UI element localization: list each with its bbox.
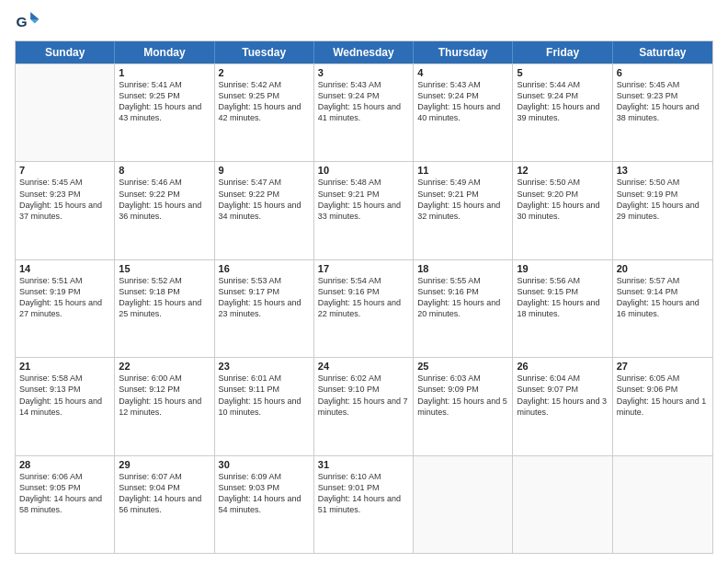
day-info: Sunrise: 5:50 AMSunset: 9:20 PMDaylight:… — [517, 177, 608, 222]
day-number: 19 — [517, 263, 608, 274]
day-number: 28 — [19, 459, 110, 470]
day-info: Sunrise: 5:51 AMSunset: 9:19 PMDaylight:… — [19, 275, 110, 320]
calendar-cell: 18Sunrise: 5:55 AMSunset: 9:16 PMDayligh… — [414, 260, 513, 357]
calendar: SundayMondayTuesdayWednesdayThursdayFrid… — [15, 40, 713, 554]
day-info: Sunrise: 5:43 AMSunset: 9:24 PMDaylight:… — [417, 79, 508, 124]
calendar-cell: 24Sunrise: 6:02 AMSunset: 9:10 PMDayligh… — [314, 358, 414, 454]
day-info: Sunrise: 5:47 AMSunset: 9:22 PMDaylight:… — [219, 177, 310, 222]
day-number: 15 — [119, 263, 210, 274]
day-info: Sunrise: 5:55 AMSunset: 9:16 PMDaylight:… — [417, 275, 508, 320]
calendar-cell: 12Sunrise: 5:50 AMSunset: 9:20 PMDayligh… — [513, 162, 612, 259]
day-number: 30 — [219, 459, 310, 470]
day-number: 2 — [219, 67, 310, 78]
day-info: Sunrise: 5:46 AMSunset: 9:22 PMDaylight:… — [119, 177, 210, 222]
day-number: 31 — [318, 459, 409, 470]
day-info: Sunrise: 5:45 AMSunset: 9:23 PMDaylight:… — [617, 79, 709, 124]
day-number: 9 — [219, 165, 310, 176]
day-info: Sunrise: 5:58 AMSunset: 9:13 PMDaylight:… — [19, 373, 110, 418]
day-number: 5 — [517, 67, 608, 78]
calendar-cell: 11Sunrise: 5:49 AMSunset: 9:21 PMDayligh… — [414, 162, 513, 259]
day-info: Sunrise: 5:53 AMSunset: 9:17 PMDaylight:… — [219, 275, 310, 320]
weekday-header: Wednesday — [314, 41, 414, 63]
day-number: 18 — [417, 263, 508, 274]
day-number: 22 — [119, 361, 210, 372]
calendar-cell: 13Sunrise: 5:50 AMSunset: 9:19 PMDayligh… — [613, 162, 712, 259]
day-info: Sunrise: 6:07 AMSunset: 9:04 PMDaylight:… — [119, 471, 210, 516]
calendar-cell: 16Sunrise: 5:53 AMSunset: 9:17 PMDayligh… — [215, 260, 314, 357]
day-number: 7 — [19, 165, 110, 176]
calendar-cell: 29Sunrise: 6:07 AMSunset: 9:04 PMDayligh… — [115, 456, 214, 553]
day-number: 6 — [617, 67, 709, 78]
logo: G — [15, 9, 42, 35]
day-info: Sunrise: 5:54 AMSunset: 9:16 PMDaylight:… — [318, 275, 409, 320]
calendar-header: SundayMondayTuesdayWednesdayThursdayFrid… — [16, 41, 712, 63]
day-info: Sunrise: 5:45 AMSunset: 9:23 PMDaylight:… — [19, 177, 110, 222]
day-info: Sunrise: 6:02 AMSunset: 9:10 PMDaylight:… — [318, 373, 409, 418]
page: G SundayMondayTuesdayWednesdayThursdayFr… — [0, 0, 728, 563]
calendar-cell — [513, 456, 612, 553]
day-info: Sunrise: 5:48 AMSunset: 9:21 PMDaylight:… — [318, 177, 409, 222]
calendar-cell: 10Sunrise: 5:48 AMSunset: 9:21 PMDayligh… — [314, 162, 414, 259]
day-info: Sunrise: 5:44 AMSunset: 9:24 PMDaylight:… — [517, 79, 608, 124]
day-info: Sunrise: 6:01 AMSunset: 9:11 PMDaylight:… — [219, 373, 310, 418]
day-number: 23 — [219, 361, 310, 372]
day-number: 17 — [318, 263, 409, 274]
calendar-cell — [613, 456, 712, 553]
day-info: Sunrise: 5:50 AMSunset: 9:19 PMDaylight:… — [617, 177, 709, 222]
calendar-cell: 17Sunrise: 5:54 AMSunset: 9:16 PMDayligh… — [314, 260, 414, 357]
day-number: 24 — [318, 361, 409, 372]
calendar-cell: 8Sunrise: 5:46 AMSunset: 9:22 PMDaylight… — [115, 162, 214, 259]
calendar-row: 28Sunrise: 6:06 AMSunset: 9:05 PMDayligh… — [16, 455, 712, 553]
day-info: Sunrise: 6:10 AMSunset: 9:01 PMDaylight:… — [318, 471, 409, 516]
calendar-cell: 4Sunrise: 5:43 AMSunset: 9:24 PMDaylight… — [414, 64, 513, 161]
calendar-cell: 20Sunrise: 5:57 AMSunset: 9:14 PMDayligh… — [613, 260, 712, 357]
day-number: 1 — [119, 67, 210, 78]
weekday-header: Thursday — [414, 41, 513, 63]
calendar-cell: 23Sunrise: 6:01 AMSunset: 9:11 PMDayligh… — [215, 358, 314, 454]
day-number: 16 — [219, 263, 310, 274]
day-number: 20 — [617, 263, 709, 274]
day-number: 27 — [617, 361, 709, 372]
calendar-body: 1Sunrise: 5:41 AMSunset: 9:25 PMDaylight… — [16, 63, 712, 553]
weekday-header: Sunday — [16, 41, 115, 63]
weekday-header: Monday — [115, 41, 214, 63]
calendar-cell: 6Sunrise: 5:45 AMSunset: 9:23 PMDaylight… — [613, 64, 712, 161]
day-info: Sunrise: 6:03 AMSunset: 9:09 PMDaylight:… — [417, 373, 508, 418]
calendar-cell: 26Sunrise: 6:04 AMSunset: 9:07 PMDayligh… — [513, 358, 612, 454]
day-number: 11 — [417, 165, 508, 176]
day-info: Sunrise: 6:06 AMSunset: 9:05 PMDaylight:… — [19, 471, 110, 516]
calendar-cell: 19Sunrise: 5:56 AMSunset: 9:15 PMDayligh… — [513, 260, 612, 357]
header: G — [15, 9, 713, 35]
calendar-cell — [414, 456, 513, 553]
day-number: 3 — [318, 67, 409, 78]
day-info: Sunrise: 5:56 AMSunset: 9:15 PMDaylight:… — [517, 275, 608, 320]
calendar-cell: 9Sunrise: 5:47 AMSunset: 9:22 PMDaylight… — [215, 162, 314, 259]
day-number: 29 — [119, 459, 210, 470]
weekday-header: Tuesday — [215, 41, 314, 63]
day-info: Sunrise: 5:43 AMSunset: 9:24 PMDaylight:… — [318, 79, 409, 124]
day-info: Sunrise: 6:09 AMSunset: 9:03 PMDaylight:… — [219, 471, 310, 516]
weekday-header: Friday — [513, 41, 612, 63]
day-info: Sunrise: 6:04 AMSunset: 9:07 PMDaylight:… — [517, 373, 608, 418]
calendar-cell: 25Sunrise: 6:03 AMSunset: 9:09 PMDayligh… — [414, 358, 513, 454]
day-number: 4 — [417, 67, 508, 78]
day-number: 14 — [19, 263, 110, 274]
day-info: Sunrise: 5:41 AMSunset: 9:25 PMDaylight:… — [119, 79, 210, 124]
svg-text:G: G — [17, 14, 28, 29]
calendar-cell: 30Sunrise: 6:09 AMSunset: 9:03 PMDayligh… — [215, 456, 314, 553]
calendar-cell: 5Sunrise: 5:44 AMSunset: 9:24 PMDaylight… — [513, 64, 612, 161]
day-info: Sunrise: 5:52 AMSunset: 9:18 PMDaylight:… — [119, 275, 210, 320]
calendar-cell: 15Sunrise: 5:52 AMSunset: 9:18 PMDayligh… — [115, 260, 214, 357]
logo-icon: G — [15, 9, 40, 35]
day-info: Sunrise: 5:42 AMSunset: 9:25 PMDaylight:… — [219, 79, 310, 124]
calendar-cell: 28Sunrise: 6:06 AMSunset: 9:05 PMDayligh… — [16, 456, 115, 553]
calendar-cell: 7Sunrise: 5:45 AMSunset: 9:23 PMDaylight… — [16, 162, 115, 259]
day-number: 25 — [417, 361, 508, 372]
calendar-cell: 1Sunrise: 5:41 AMSunset: 9:25 PMDaylight… — [115, 64, 214, 161]
day-number: 13 — [617, 165, 709, 176]
day-number: 26 — [517, 361, 608, 372]
calendar-row: 7Sunrise: 5:45 AMSunset: 9:23 PMDaylight… — [16, 161, 712, 259]
calendar-cell: 22Sunrise: 6:00 AMSunset: 9:12 PMDayligh… — [115, 358, 214, 454]
day-number: 21 — [19, 361, 110, 372]
calendar-cell: 14Sunrise: 5:51 AMSunset: 9:19 PMDayligh… — [16, 260, 115, 357]
